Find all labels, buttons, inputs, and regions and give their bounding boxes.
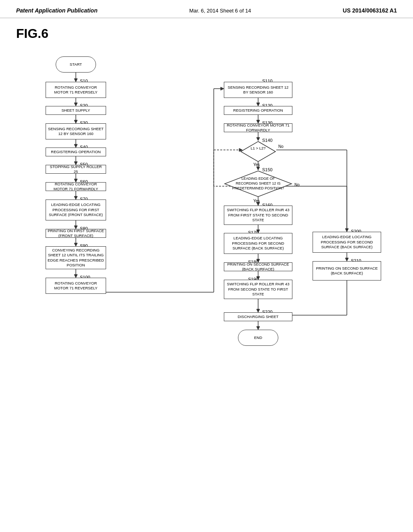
- svg-marker-3: [74, 103, 77, 106]
- svg-marker-19: [74, 274, 77, 278]
- svg-marker-44: [257, 326, 260, 330]
- s150-yes-label: Yes: [253, 199, 260, 203]
- page-header: Patent Application Publication Mar. 6, 2…: [0, 0, 413, 18]
- s190-box: SWITCHING FLIP ROLLER PAIR 43 FROM SECON…: [224, 280, 292, 299]
- svg-text:L1 > L2?: L1 > L2?: [250, 146, 265, 150]
- s110-box: SENSING RECORDING SHEET 12 BY SENSOR 160: [224, 82, 292, 98]
- svg-marker-32: [257, 167, 260, 170]
- s210-text: PRINTING ON SECOND SURFACE (BACK SURFACE…: [315, 266, 379, 276]
- svg-marker-17: [74, 243, 77, 246]
- s150-no-label: No: [294, 183, 300, 187]
- s10-text: ROTATING CONVEYOR MOTOR 71 REVERSELY: [48, 85, 104, 95]
- s70-box: LEADING-EDGE LOCATING PROCESSING FOR FIR…: [46, 200, 106, 220]
- s140-no-label: No: [278, 144, 284, 149]
- s200-text: LEADING-EDGE LOCATING PROCESSING FOR SEC…: [315, 235, 379, 249]
- s130-text: ROTATING CONVEYOR MOTOR 71 FORWARDLY: [226, 123, 290, 133]
- end-node: END: [238, 330, 278, 346]
- fig-label: FIG.6: [16, 26, 48, 41]
- s60-text: ROTATING CONVEYOR MOTOR 71 FORWARDLY: [48, 182, 104, 192]
- header-publication: Patent Application Publication: [16, 7, 98, 14]
- s30-box: SENSING RECORDING SHEET 12 BY SENSOR 160: [46, 123, 106, 139]
- s90-box: CONVEYING RECORDING SHEET 12 UNTIL ITS T…: [46, 246, 106, 269]
- s220-text: DISCHARGING SHEET: [238, 314, 278, 319]
- s130-box: ROTATING CONVEYOR MOTOR 71 FORWARDLY: [224, 123, 292, 132]
- s110-text: SENSING RECORDING SHEET 12 BY SENSOR 160: [226, 85, 290, 95]
- s120-box: REGISTERING OPERATION: [224, 106, 292, 115]
- s10-box: ROTATING CONVEYOR MOTOR 71 REVERSELY: [46, 82, 106, 98]
- s120-text: REGISTERING OPERATION: [233, 108, 283, 113]
- s80-box: PRINTING ON FIRST SURFACE (FRONT SURFACE…: [46, 229, 106, 238]
- s170-text: LEADING-EDGE LOCATING PROCESSING FOR SEC…: [226, 236, 290, 251]
- s190-text: SWITCHING FLIP ROLLER PAIR 43 FROM SECON…: [226, 282, 290, 297]
- svg-marker-42: [257, 309, 260, 312]
- svg-marker-51: [345, 258, 348, 261]
- s210-box: PRINTING ON SECOND SURFACE (BACK SURFACE…: [313, 261, 381, 281]
- s180-box: PRINTING ON SECOND SURFACE (BACK SURFACE…: [224, 262, 292, 271]
- s60-box: ROTATING CONVEYOR MOTOR 71 FORWARDLY: [46, 182, 106, 191]
- s80-text: PRINTING ON FIRST SURFACE (FRONT SURFACE…: [48, 229, 104, 239]
- s50-box: STOPPING SUPPLY ROLLER 25: [46, 165, 106, 174]
- diagram-area: FIG.6: [16, 26, 397, 510]
- s150-diamond-wrapper: LEADING EDGE OF RECORDING SHEET 12 IS PR…: [224, 170, 292, 197]
- s160-text: SWITCHING FLIP ROLLER PAIR 43 FROM FIRST…: [226, 208, 290, 222]
- s50-text: STOPPING SUPPLY ROLLER 25: [48, 164, 104, 175]
- svg-marker-47: [345, 229, 348, 232]
- s30-text: SENSING RECORDING SHEET 12 BY SENSOR 160: [48, 127, 104, 137]
- s140-diamond-wrapper: L1 > L2?: [240, 141, 276, 162]
- svg-marker-24: [221, 87, 224, 90]
- s20-text: SHEET SUPPLY: [62, 108, 90, 113]
- svg-marker-1: [74, 79, 77, 82]
- header-date-sheet: Mar. 6, 2014 Sheet 6 of 14: [189, 8, 251, 14]
- s40-box: REGISTERING OPERATION: [46, 148, 106, 156]
- s160-box: SWITCHING FLIP ROLLER PAIR 43 FROM FIRST…: [224, 206, 292, 225]
- end-label: END: [254, 335, 262, 340]
- s200-box: LEADING-EDGE LOCATING PROCESSING FOR SEC…: [313, 232, 381, 253]
- s170-box: LEADING-EDGE LOCATING PROCESSING FOR SEC…: [224, 233, 292, 254]
- svg-marker-30: [257, 137, 260, 141]
- header-patent-number: US 2014/0063162 A1: [343, 7, 397, 14]
- svg-text:LEADING EDGE OF: LEADING EDGE OF: [242, 177, 275, 181]
- s140-yes-label: Yes: [253, 162, 260, 167]
- svg-marker-26: [257, 103, 260, 106]
- svg-marker-5: [74, 120, 77, 123]
- svg-marker-7: [74, 144, 77, 148]
- s20-box: SHEET SUPPLY: [46, 106, 106, 115]
- s220-box: DISCHARGING SHEET: [224, 312, 292, 321]
- s100-box: ROTATING CONVEYOR MOTOR 71 REVERSELY: [46, 278, 106, 294]
- start-label: START: [70, 62, 82, 67]
- s100-text: ROTATING CONVEYOR MOTOR 71 REVERSELY: [48, 281, 104, 291]
- svg-text:PREDETERMINED POSITION?: PREDETERMINED POSITION?: [232, 186, 284, 190]
- svg-marker-58: [241, 141, 275, 162]
- s90-text: CONVEYING RECORDING SHEET 12 UNTIL ITS T…: [48, 248, 104, 268]
- s40-text: REGISTERING OPERATION: [51, 150, 100, 154]
- svg-text:RECORDING SHEET 12 IS: RECORDING SHEET 12 IS: [236, 181, 281, 185]
- svg-marker-13: [74, 196, 77, 200]
- start-node: START: [56, 56, 96, 73]
- s180-text: PRINTING ON SECOND SURFACE (BACK SURFACE…: [226, 262, 290, 272]
- s70-text: LEADING-EDGE LOCATING PROCESSING FOR FIR…: [48, 202, 104, 217]
